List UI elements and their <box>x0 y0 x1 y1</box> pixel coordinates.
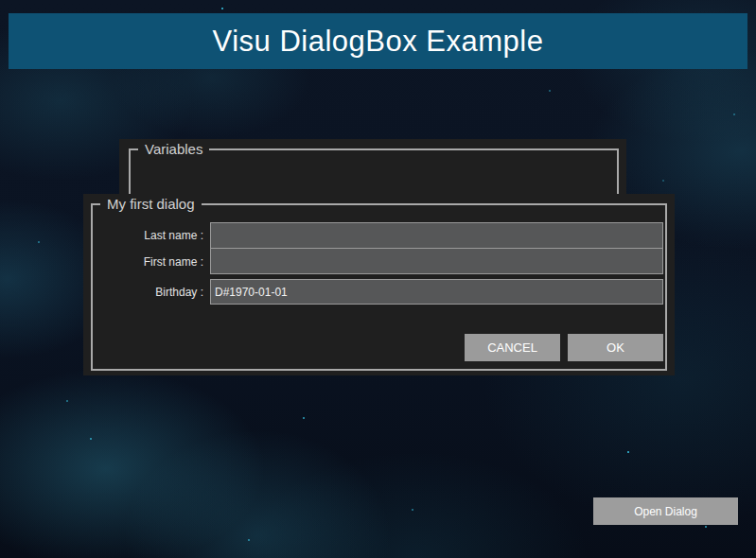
first-name-label: First name : <box>95 249 203 275</box>
star-specks <box>221 8 223 9</box>
first-name-input[interactable] <box>210 248 663 274</box>
dialog-groupbox-label: My first dialog <box>100 196 202 212</box>
my-first-dialog: My first dialog Last name : First name :… <box>83 194 675 375</box>
title-bar: Visu DialogBox Example <box>9 13 747 69</box>
open-dialog-button[interactable]: Open Dialog <box>593 497 738 525</box>
birthday-label: Birthday : <box>95 279 203 305</box>
page-title: Visu DialogBox Example <box>213 25 544 59</box>
variables-groupbox-label: Variables <box>138 141 209 157</box>
birthday-input[interactable] <box>210 279 663 305</box>
last-name-input[interactable] <box>210 222 663 249</box>
ok-button[interactable]: OK <box>568 334 663 361</box>
cancel-button[interactable]: CANCEL <box>465 334 560 361</box>
last-name-label: Last name : <box>95 222 203 249</box>
